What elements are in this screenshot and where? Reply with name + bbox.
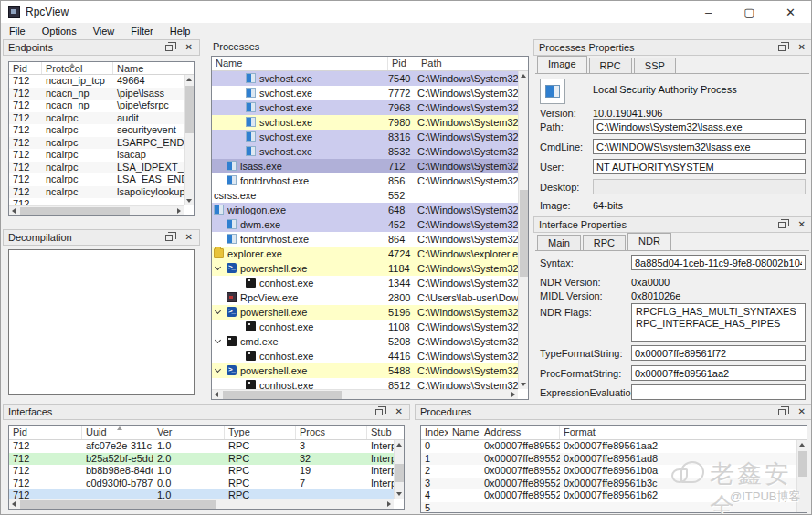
interface-properties-close-icon[interactable]: ✕ [796, 219, 807, 230]
expression-evaluation-input[interactable] [631, 384, 806, 400]
scrollbar-thumb[interactable] [520, 190, 528, 277]
scroll-left-icon[interactable] [12, 208, 16, 214]
interface-row[interactable]: 7121.0RPC [9, 489, 394, 499]
endpoints-close-icon[interactable]: ✕ [184, 42, 195, 53]
processes-horizontal-scrollbar[interactable] [212, 389, 518, 399]
menu-item-options[interactable]: Options [34, 24, 85, 38]
procedure-row[interactable]: 30x00007ffe89552e200x00007ffe89561b3c [421, 478, 796, 490]
decompilation-float-icon[interactable] [165, 235, 173, 241]
process-row[interactable]: conhost.exe1344C:\Windows\System32\ [212, 276, 518, 290]
cmdline-input[interactable] [593, 139, 806, 154]
endpoint-row[interactable]: 712 [9, 198, 184, 205]
endpoint-row[interactable]: 712ncacn_np\pipe\lsass [9, 88, 184, 100]
tab-rpc[interactable]: RPC [583, 235, 626, 250]
process-row[interactable]: dwm.exe452C:\Windows\System32\ [212, 217, 518, 232]
scroll-left-icon[interactable] [215, 392, 218, 397]
endpoint-row[interactable]: 712ncalrpcLSARPC_ENDPOINT [9, 137, 184, 150]
tab-image[interactable]: Image [537, 56, 587, 73]
process-row[interactable]: explorer.exe4724C:\Windows\explorer.ex [212, 247, 518, 261]
scroll-up-icon[interactable] [186, 78, 192, 81]
minimize-button[interactable]: – [688, 1, 729, 23]
proc-format-input[interactable] [631, 365, 806, 381]
process-row[interactable]: fontdrvhost.exe864C:\Windows\System32\ [212, 232, 518, 247]
procedures-column-name[interactable]: Name [448, 426, 480, 439]
desktop-input[interactable] [593, 179, 806, 194]
process-row[interactable]: csrss.exe552 [212, 188, 518, 203]
scrollbar-thumb[interactable] [223, 391, 342, 399]
scroll-down-icon[interactable] [396, 492, 402, 496]
ndr-flags-box[interactable]: RPCFLG_HAS_MULTI_SYNTAXES RPC_INTERFACE_… [631, 303, 806, 342]
interfaces-column-stub[interactable]: Stub [367, 426, 405, 439]
scroll-up-icon[interactable] [521, 74, 526, 78]
scroll-right-icon[interactable] [177, 208, 181, 214]
scroll-down-icon[interactable] [521, 383, 526, 386]
endpoint-row[interactable]: 712ncalrpcLSA_EAS_ENDPOINT [9, 173, 184, 186]
endpoints-float-icon[interactable] [165, 45, 173, 51]
interface-row[interactable]: 712b25a52bf-e5dd-...2.0RPC32Interp [9, 453, 394, 466]
path-input[interactable] [593, 119, 806, 134]
process-row[interactable]: lsass.exe712C:\Windows\System32\ [212, 159, 518, 173]
interfaces-close-icon[interactable]: ✕ [394, 406, 405, 417]
interfaces-column-procs[interactable]: Procs [296, 426, 367, 439]
scrollbar-thumb[interactable] [395, 464, 404, 482]
procedure-row[interactable]: 20x00007ffe89552ea00x00007ffe89561b0a [421, 465, 796, 478]
process-properties-float-icon[interactable] [778, 45, 786, 51]
interfaces-column-pid[interactable]: Pid [9, 426, 82, 439]
interfaces-vertical-scrollbar[interactable] [394, 440, 404, 499]
interfaces-column-ver[interactable]: Ver [153, 426, 225, 439]
endpoints-vertical-scrollbar[interactable] [184, 75, 194, 205]
syntax-input[interactable] [631, 255, 806, 270]
process-row[interactable]: conhost.exe8512C:\Windows\System32\ [212, 378, 518, 389]
endpoint-row[interactable]: 712ncacn_ip_tcp49664 [9, 75, 184, 88]
process-row[interactable]: conhost.exe4416C:\Windows\System32\ [212, 349, 518, 363]
expand-chevron-icon[interactable] [215, 264, 221, 270]
menu-item-help[interactable]: Help [162, 24, 199, 38]
process-properties-close-icon[interactable]: ✕ [796, 42, 807, 53]
procedures-float-icon[interactable] [778, 409, 786, 415]
process-row[interactable]: RpcView.exe2800C:\Users\lab-user\Down [212, 290, 518, 305]
endpoint-row[interactable]: 712ncalrpcLSA_IDPEXT_ENDPOINT [9, 162, 184, 174]
process-row[interactable]: powershell.exe5488C:\Windows\System32\ [212, 363, 518, 378]
process-row[interactable]: fontdrvhost.exe856C:\Windows\System32\ [212, 173, 518, 188]
procedure-row[interactable]: 00x00007ffe89552cd00x00007ffe89561aa2 [421, 440, 796, 453]
scroll-down-icon[interactable] [186, 199, 192, 203]
procedure-row[interactable]: 40x00007ffe89552f200x00007ffe89561b62 [421, 489, 796, 502]
process-row[interactable]: cmd.exe5208C:\Windows\System32\ [212, 334, 518, 349]
scrollbar-thumb[interactable] [185, 86, 194, 133]
decompilation-textarea[interactable] [8, 249, 195, 395]
interface-row[interactable]: 712afc07e2e-311c-...1.0RPC3Interp [9, 440, 394, 453]
menu-item-file[interactable]: File [1, 24, 34, 38]
procedures-column-format[interactable]: Format [560, 426, 797, 439]
expand-chevron-icon[interactable] [215, 337, 221, 343]
endpoint-row[interactable]: 712ncalrpcaudit [9, 112, 184, 125]
menu-item-view[interactable]: View [85, 24, 123, 38]
process-row[interactable]: svchost.exe7968C:\Windows\System32\ [212, 100, 518, 115]
decompilation-close-icon[interactable]: ✕ [184, 232, 195, 243]
process-row[interactable]: conhost.exe1108C:\Windows\System32\ [212, 320, 518, 334]
procedure-row[interactable]: 10x00007ffe89552e600x00007ffe89561ad8 [421, 453, 796, 466]
expand-chevron-icon[interactable] [215, 308, 221, 314]
process-row[interactable]: powershell.exe5196C:\Windows\System32\ [212, 305, 518, 320]
process-row[interactable]: powershell.exe1184C:\Windows\System32\ [212, 261, 518, 276]
process-row[interactable]: svchost.exe7980C:\Windows\System32\ [212, 115, 518, 130]
scroll-up-icon[interactable] [396, 443, 402, 447]
procedures-column-index[interactable]: Index [421, 426, 448, 439]
endpoints-column-pid[interactable]: Pid [9, 62, 42, 74]
user-input[interactable] [593, 159, 806, 174]
processes-column-pid[interactable]: Pid [388, 57, 417, 70]
expand-chevron-icon[interactable] [215, 366, 221, 373]
endpoint-row[interactable]: 712ncalrpclsapolicylookup [9, 186, 184, 199]
type-format-input[interactable] [631, 345, 806, 361]
tab-main[interactable]: Main [537, 235, 581, 250]
scroll-left-icon[interactable] [12, 501, 16, 507]
scrollbar-thumb[interactable] [20, 500, 216, 509]
menu-item-filter[interactable]: Filter [122, 24, 161, 38]
interface-row[interactable]: 712bb8b98e8-84dd...1.0RPC19Interp [9, 465, 394, 478]
tab-ssp[interactable]: SSP [634, 58, 676, 73]
scroll-right-icon[interactable] [511, 392, 515, 397]
endpoints-column-name[interactable]: Name [113, 62, 195, 74]
process-row[interactable]: svchost.exe7772C:\Windows\System32\ [212, 86, 518, 100]
endpoint-row[interactable]: 712ncacn_np\pipe\efsrpc [9, 100, 184, 112]
interfaces-float-icon[interactable] [375, 409, 383, 415]
scroll-right-icon[interactable] [387, 501, 391, 507]
